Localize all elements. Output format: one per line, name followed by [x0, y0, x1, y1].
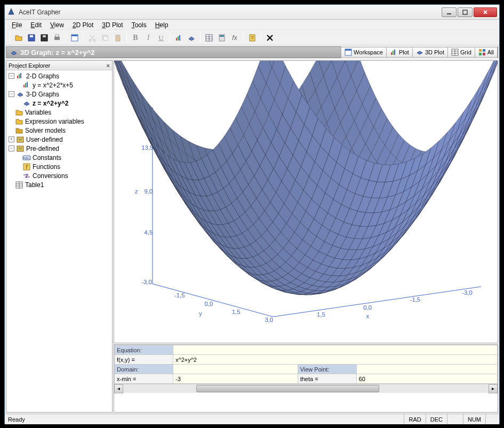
prop-fxy-value[interactable]: x^2+y^2 — [173, 355, 498, 365]
plot3d-button[interactable] — [186, 32, 197, 44]
function-button[interactable]: fx — [229, 32, 241, 44]
italic-button[interactable]: I — [142, 32, 154, 44]
tree-3d-eq[interactable]: z = x^2+y^2 — [7, 99, 111, 108]
tree-conversions[interactable]: Conversions — [7, 171, 111, 180]
calc-button[interactable] — [216, 32, 228, 44]
graph-title-text: 3D Graph: z = x^2+y^2 — [20, 49, 94, 56]
copy-button[interactable] — [99, 32, 111, 44]
help-button[interactable]: ? — [246, 32, 258, 44]
properties-button[interactable] — [69, 32, 81, 44]
svg-text:ABC: ABC — [23, 156, 30, 160]
menu-edit[interactable]: Edit — [27, 20, 45, 30]
svg-rect-28 — [345, 49, 351, 51]
graph3d-icon — [10, 48, 18, 56]
svg-rect-17 — [178, 36, 179, 41]
main-panel: 18,0 13,5 9,0 z 4,5 -3,0 -1,5 0,0 y 1,5 … — [114, 60, 498, 413]
svg-text:9,0: 9,0 — [144, 188, 153, 195]
scroll-right-button[interactable]: ► — [489, 384, 498, 393]
svg-text:-1,5: -1,5 — [410, 296, 420, 303]
svg-rect-18 — [179, 35, 180, 41]
table-button[interactable] — [203, 32, 215, 44]
menu-3dplot[interactable]: 3D Plot — [98, 20, 126, 30]
menu-2dplot[interactable]: 2D Plot — [69, 20, 97, 30]
statusbar: Ready RAD DEC NUM — [5, 414, 499, 424]
print-button[interactable] — [51, 32, 63, 44]
svg-rect-13 — [103, 36, 108, 41]
prop-viewpoint-header: View Point: — [298, 365, 356, 374]
svg-text:4,5: 4,5 — [144, 229, 153, 236]
svg-rect-37 — [483, 49, 485, 52]
tab-plot[interactable]: Plot — [386, 47, 413, 58]
sidebar-close-icon[interactable]: × — [107, 62, 110, 69]
tree-table1[interactable]: Table1 — [7, 180, 111, 189]
tree-3d-graphs[interactable]: −3-D Graphs — [7, 90, 111, 99]
props-scrollbar[interactable]: ◄ ► — [114, 384, 498, 393]
open-button[interactable] — [13, 32, 25, 44]
tree-variables[interactable]: Variables — [7, 108, 111, 117]
prop-fxy-label: f(x,y) = — [115, 355, 173, 365]
status-num: NUM — [463, 414, 485, 424]
svg-rect-16 — [176, 38, 177, 41]
bold-button[interactable]: B — [130, 32, 141, 44]
svg-rect-47 — [17, 146, 23, 151]
svg-rect-5 — [43, 35, 46, 37]
menu-tools[interactable]: Tools — [128, 20, 150, 30]
svg-rect-3 — [30, 35, 33, 37]
tab-workspace[interactable]: Workspace — [341, 47, 387, 58]
surface-plot: 18,0 13,5 9,0 z 4,5 -3,0 -1,5 0,0 y 1,5 … — [114, 61, 498, 343]
minimize-button[interactable] — [442, 7, 457, 17]
tab-3dplot[interactable]: 3D Plot — [412, 47, 448, 58]
svg-rect-31 — [394, 50, 395, 55]
tree-user-defined[interactable]: +User-defined — [7, 135, 111, 144]
prop-domain-header: Domain: — [115, 365, 173, 374]
prop-theta-value[interactable]: 60 — [356, 374, 497, 384]
save-button[interactable] — [26, 32, 37, 44]
saveas-button[interactable] — [38, 32, 50, 44]
underline-button[interactable]: U — [155, 32, 167, 44]
close-button[interactable] — [474, 7, 497, 17]
plot-area[interactable]: 18,0 13,5 9,0 z 4,5 -3,0 -1,5 0,0 y 1,5 … — [114, 60, 498, 343]
tree-functions[interactable]: fFunctions — [7, 162, 111, 171]
tree-expr-vars[interactable]: Expression variables — [7, 117, 111, 126]
svg-rect-44 — [25, 83, 26, 87]
maximize-button[interactable] — [458, 7, 473, 17]
delete-button[interactable] — [264, 32, 276, 44]
graph-header: 3D Graph: z = x^2+y^2 Workspace Plot 3D … — [6, 46, 498, 58]
svg-text:1,5: 1,5 — [232, 309, 241, 315]
titlebar[interactable]: AceIT Grapher — [5, 5, 499, 20]
menu-help[interactable]: Help — [151, 20, 172, 30]
svg-rect-1 — [463, 10, 467, 14]
svg-rect-36 — [479, 49, 482, 52]
sidebar-title: Project Explorer — [9, 62, 50, 69]
svg-text:-3,0: -3,0 — [462, 289, 472, 296]
tree-constants[interactable]: ABCConstants — [7, 153, 111, 162]
scroll-thumb[interactable] — [196, 385, 379, 392]
svg-rect-42 — [20, 73, 21, 78]
svg-rect-40 — [17, 76, 18, 78]
plot2d-button[interactable] — [173, 32, 185, 44]
paste-button[interactable] — [112, 32, 124, 44]
svg-text:0,0: 0,0 — [204, 301, 213, 307]
svg-text:y: y — [199, 310, 202, 317]
status-ready: Ready — [8, 416, 25, 423]
svg-text:1,5: 1,5 — [317, 311, 325, 318]
prop-xmin-value[interactable]: -3 — [173, 374, 298, 384]
menu-file[interactable]: File — [8, 20, 26, 30]
menu-view[interactable]: View — [46, 20, 68, 30]
tab-all[interactable]: All — [475, 47, 498, 58]
prop-xmin-label: x-min = — [115, 374, 173, 384]
scroll-left-button[interactable]: ◄ — [114, 384, 123, 393]
window-title: AceIT Grapher — [19, 9, 441, 16]
cut-button[interactable] — [86, 32, 98, 44]
tree-2d-eq[interactable]: y = x^2+2*x+5 — [7, 80, 111, 90]
tree-pre-defined[interactable]: −Pre-defined — [7, 144, 111, 153]
tree-solver[interactable]: Solver models — [7, 126, 111, 135]
svg-rect-43 — [23, 85, 25, 87]
project-explorer: Project Explorer × −2-D Graphs y = x^2+2… — [6, 60, 113, 413]
svg-rect-7 — [55, 35, 59, 37]
svg-rect-30 — [393, 51, 394, 55]
tree-2d-graphs[interactable]: −2-D Graphs — [7, 71, 111, 80]
prop-equation-header: Equation: — [115, 345, 173, 355]
prop-theta-label: theta = — [298, 374, 356, 384]
tab-grid[interactable]: Grid — [447, 47, 475, 58]
